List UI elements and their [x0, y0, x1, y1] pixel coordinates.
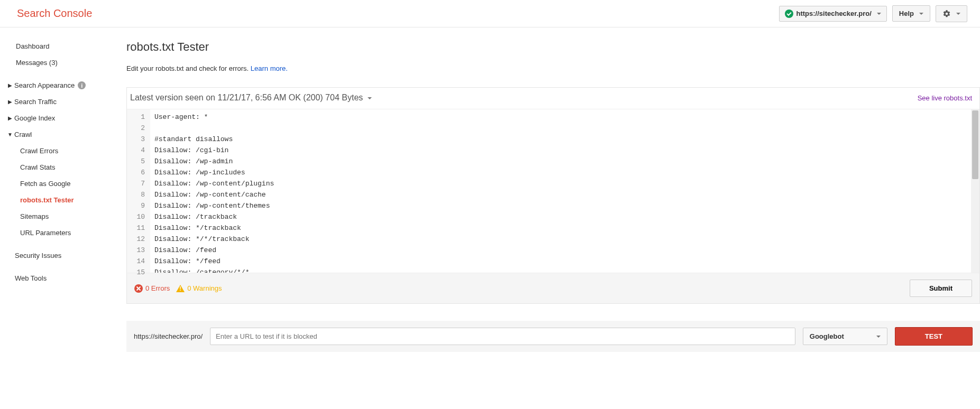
caret-down-icon — [368, 97, 372, 99]
sidebar-item-crawl-errors[interactable]: Crawl Errors — [0, 143, 114, 159]
code-area[interactable]: User-agent: * #standart disallowsDisallo… — [150, 109, 979, 273]
sidebar-item-label: robots.txt Tester — [20, 196, 74, 204]
code-line: Disallow: /category/*/* — [154, 267, 975, 273]
sidebar-item-crawl-stats[interactable]: Crawl Stats — [0, 159, 114, 175]
sidebar-item-search-appearance[interactable]: ▶Search Appearancei — [0, 77, 114, 94]
test-button[interactable]: TEST — [895, 327, 973, 346]
sidebar-item-sitemaps[interactable]: Sitemaps — [0, 208, 114, 225]
version-dropdown[interactable]: Latest version seen on 11/21/17, 6:56 AM… — [130, 93, 372, 103]
chevron-right-icon: ▶ — [7, 99, 13, 105]
sidebar-item-security-issues[interactable]: Security Issues — [0, 247, 114, 264]
property-url: https://sitechecker.pro/ — [796, 10, 872, 17]
sidebar-item-label: Security Issues — [15, 252, 61, 259]
sidebar-item-google-index[interactable]: ▶Google Index — [0, 110, 114, 126]
url-input[interactable] — [210, 328, 795, 345]
sidebar-item-label: Crawl Errors — [20, 147, 58, 155]
page-title: robots.txt Tester — [126, 40, 980, 54]
property-selector[interactable]: https://sitechecker.pro/ — [779, 6, 887, 22]
info-icon: i — [78, 81, 86, 89]
code-line — [154, 123, 975, 134]
sidebar-item-robots-txt-tester[interactable]: robots.txt Tester — [0, 192, 114, 208]
robots-editor[interactable]: 123456789101112131415 User-agent: * #sta… — [127, 109, 979, 273]
caret-down-icon — [919, 13, 923, 15]
code-line: Disallow: /cgi-bin — [154, 145, 975, 156]
bot-label: Googlebot — [810, 332, 844, 340]
chevron-right-icon: ▶ — [7, 82, 13, 88]
see-live-link[interactable]: See live robots.txt — [918, 94, 972, 102]
sidebar-item-label: Messages (3) — [16, 59, 58, 67]
sidebar-item-label: URL Parameters — [20, 229, 71, 237]
sidebar-item-label: Web Tools — [15, 274, 47, 282]
sidebar-item-search-traffic[interactable]: ▶Search Traffic — [0, 94, 114, 110]
warning-count: 0 Warnings — [187, 284, 222, 292]
sidebar-item-label: Crawl Stats — [20, 163, 55, 171]
chevron-down-icon: ▼ — [7, 132, 13, 137]
scrollbar[interactable] — [971, 109, 979, 273]
code-line: Disallow: /wp-content/plugins — [154, 178, 975, 189]
scrollbar-thumb[interactable] — [972, 110, 978, 179]
code-line: User-agent: * — [154, 111, 975, 123]
code-line: Disallow: /wp-includes — [154, 167, 975, 178]
help-button[interactable]: Help — [892, 5, 930, 22]
sidebar-item-crawl[interactable]: ▼Crawl — [0, 126, 114, 143]
code-line: Disallow: */*/trackback — [154, 234, 975, 245]
error-icon — [134, 284, 143, 293]
code-line: #standart disallows — [154, 134, 975, 145]
caret-down-icon — [876, 336, 881, 338]
submit-button[interactable]: Submit — [910, 280, 972, 297]
sidebar-item-label: Google Index — [14, 114, 55, 122]
caret-down-icon — [877, 13, 881, 15]
code-line: Disallow: /wp-admin — [154, 156, 975, 167]
code-line: Disallow: /feed — [154, 245, 975, 256]
error-count: 0 Errors — [145, 284, 170, 292]
chevron-right-icon: ▶ — [7, 115, 13, 121]
settings-button[interactable] — [936, 5, 967, 22]
gear-icon — [942, 10, 951, 18]
sidebar: DashboardMessages (3)▶Search Appearancei… — [0, 27, 114, 365]
app-logo[interactable]: Search Console — [17, 7, 92, 20]
sidebar-item-label: Sitemaps — [20, 212, 49, 220]
checkmark-icon — [785, 10, 793, 18]
sidebar-item-label: Fetch as Google — [20, 180, 70, 188]
learn-more-link[interactable]: Learn more. — [251, 64, 288, 72]
sidebar-item-label: Crawl — [14, 131, 32, 138]
code-line: Disallow: /wp-content/cache — [154, 189, 975, 200]
code-line: Disallow: */trackback — [154, 222, 975, 234]
code-line: Disallow: /trackback — [154, 211, 975, 222]
sidebar-item-messages-3[interactable]: Messages (3) — [0, 54, 114, 71]
sidebar-item-url-parameters[interactable]: URL Parameters — [0, 225, 114, 241]
help-label: Help — [899, 10, 914, 17]
sidebar-item-label: Search Traffic — [14, 98, 57, 106]
warning-icon — [176, 285, 185, 292]
sidebar-item-label: Dashboard — [16, 42, 50, 50]
caret-down-icon — [956, 13, 960, 15]
code-line: Disallow: /wp-content/themes — [154, 200, 975, 211]
sidebar-item-web-tools[interactable]: Web Tools — [0, 270, 114, 286]
url-prefix: https://sitechecker.pro/ — [134, 332, 203, 340]
line-gutter: 123456789101112131415 — [127, 109, 150, 273]
sidebar-item-fetch-as-google[interactable]: Fetch as Google — [0, 175, 114, 192]
sidebar-item-label: Search Appearance — [14, 81, 75, 89]
sidebar-item-dashboard[interactable]: Dashboard — [0, 38, 114, 54]
bot-selector[interactable]: Googlebot — [803, 328, 887, 345]
page-subtitle: Edit your robots.txt and check for error… — [126, 64, 980, 72]
code-line: Disallow: */feed — [154, 256, 975, 267]
